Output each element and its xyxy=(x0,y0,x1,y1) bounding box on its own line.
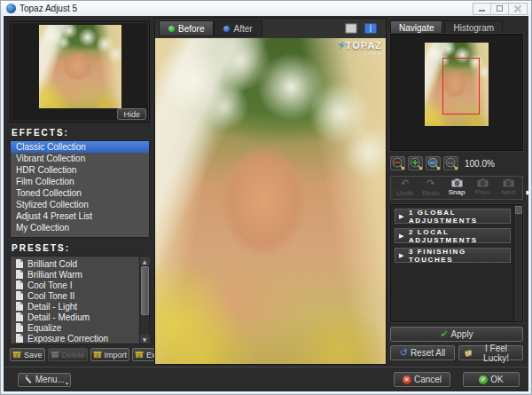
effects-item[interactable]: My Collection xyxy=(11,222,149,233)
snap-icon xyxy=(451,178,463,187)
next-label: Next xyxy=(501,188,515,196)
apply-button[interactable]: ✔ Apply xyxy=(390,327,523,342)
navigator-view-rectangle[interactable] xyxy=(442,58,480,115)
preview-thumbnail[interactable] xyxy=(39,25,121,108)
effects-item[interactable]: Adjust 4 Preset List xyxy=(11,210,149,222)
preset-item[interactable]: Brilliant Cold xyxy=(11,258,139,269)
preset-item[interactable]: Brilliant Warm xyxy=(11,269,139,280)
single-view-icon[interactable] xyxy=(345,23,357,34)
scroll-up-icon[interactable]: ▲ xyxy=(140,257,150,265)
undo-label: Undo xyxy=(396,189,413,197)
effects-item[interactable]: HDR Collection xyxy=(11,164,149,176)
save-label: Save xyxy=(24,351,43,359)
preset-item-label: Exposure Correction xyxy=(27,334,108,344)
scroll-down-icon[interactable]: ▼ xyxy=(140,335,150,344)
effects-item[interactable]: Stylized Collection xyxy=(11,199,149,210)
split-view-icon[interactable] xyxy=(364,23,377,34)
title-bar[interactable]: Topaz Adjust 5 xyxy=(1,1,531,16)
adjustments-scrollbar[interactable] xyxy=(513,205,522,321)
zoom-corner-mark xyxy=(419,167,422,170)
zoom-level-value: 100.0% xyxy=(465,159,495,169)
zoom-actual-button[interactable]: 1:1 xyxy=(443,156,458,170)
adjustments-scroll-thumb[interactable] xyxy=(515,206,522,214)
before-tab-label: Before xyxy=(178,24,204,34)
zoom-controls: FIT 1:1 100.0% xyxy=(390,154,523,172)
effects-item[interactable]: Toned Collection xyxy=(11,187,149,199)
app-icon xyxy=(6,4,16,13)
preset-item[interactable]: Equalize xyxy=(11,322,139,333)
preset-item-label: Detail - Light xyxy=(27,302,77,312)
zoom-fit-button[interactable]: FIT xyxy=(426,156,441,170)
preset-item[interactable]: Exposure Correction xyxy=(11,333,139,344)
lucky-hand-icon xyxy=(465,349,473,358)
preset-doc-icon xyxy=(16,323,23,332)
delete-preset-button[interactable]: Delete xyxy=(48,348,88,361)
import-label: Import xyxy=(105,351,128,359)
maximize-button[interactable] xyxy=(491,4,509,14)
section-arrow-icon: ▶ xyxy=(399,252,405,259)
ok-button[interactable]: ✓ OK xyxy=(463,372,520,387)
zoom-out-button[interactable] xyxy=(390,156,405,170)
snap-button[interactable]: Snap xyxy=(443,178,469,197)
left-panel: Hide EFFECTS: Classic Collection Vibrant… xyxy=(4,16,154,367)
cancel-button[interactable]: ✕ Cancel xyxy=(394,372,450,387)
after-tab-label: After xyxy=(233,24,252,34)
next-button[interactable]: Next xyxy=(496,178,521,197)
presets-list: Brilliant Cold Brilliant Warm Cool Tone … xyxy=(11,257,139,344)
prev-button[interactable]: Prev xyxy=(470,178,496,197)
presets-label: PRESETS: xyxy=(12,243,150,253)
effects-list: Classic Collection Vibrant Collection HD… xyxy=(10,140,150,238)
effects-item[interactable]: Film Collection xyxy=(11,176,149,187)
preset-doc-icon xyxy=(16,270,23,279)
wrench-icon xyxy=(23,375,33,384)
effects-item[interactable]: Vibrant Collection xyxy=(11,153,149,164)
preset-item-label: Detail - Medium xyxy=(27,312,90,322)
presets-scroll-thumb[interactable] xyxy=(141,266,149,315)
hide-button[interactable]: Hide xyxy=(117,108,146,120)
preset-item[interactable]: Detail - Light xyxy=(11,301,139,312)
save-icon xyxy=(12,351,21,359)
lucky-label: I Feel Lucky! xyxy=(475,344,517,363)
reset-lucky-row: ↺ Reset All I Feel Lucky! xyxy=(390,345,523,360)
section-label: 2 LOCAL ADJUSTMENTS xyxy=(409,228,510,244)
navigate-tab[interactable]: Navigate xyxy=(390,20,442,34)
preset-item[interactable]: Cool Tone II xyxy=(11,290,139,301)
presets-scrollbar[interactable]: ▲ ▼ xyxy=(139,257,149,344)
close-button[interactable] xyxy=(509,4,527,14)
redo-label: Redo xyxy=(422,189,439,197)
i-feel-lucky-button[interactable]: I Feel Lucky! xyxy=(458,345,523,360)
panel-collapse-arrow[interactable]: ▶ xyxy=(527,189,531,196)
redo-button[interactable]: ↷ Redo xyxy=(418,178,443,197)
export-icon xyxy=(135,351,144,359)
local-adjustments-section[interactable]: ▶ 2 LOCAL ADJUSTMENTS xyxy=(395,228,511,243)
zoom-in-button[interactable] xyxy=(408,156,423,170)
preset-doc-icon xyxy=(16,312,23,321)
global-adjustments-section[interactable]: ▶ 1 GLOBAL ADJUSTMENTS xyxy=(395,209,511,224)
minimize-button[interactable] xyxy=(473,4,491,14)
main-image[interactable]: TOPAZ LABS xyxy=(155,38,386,364)
preset-item[interactable]: Detail - Medium xyxy=(11,312,139,322)
after-tab[interactable]: After xyxy=(214,20,262,36)
adjustments-panel: ▶ 1 GLOBAL ADJUSTMENTS ▶ 2 LOCAL ADJUSTM… xyxy=(390,204,523,322)
effects-item[interactable]: Classic Collection xyxy=(11,141,149,153)
viewer-tabbar: Before After xyxy=(155,19,386,38)
undo-icon: ↶ xyxy=(401,178,409,188)
preset-buttons-row: Save Delete Import Export xyxy=(10,348,150,361)
presets-scroll-track[interactable] xyxy=(140,265,150,335)
section-label: 1 GLOBAL ADJUSTMENTS xyxy=(409,209,510,225)
reset-icon: ↺ xyxy=(400,347,408,359)
menu-button[interactable]: Menu... ▾ xyxy=(18,373,71,387)
finishing-touches-section[interactable]: ▶ 3 FINISHING TOUCHES xyxy=(395,248,511,263)
app-window: Topaz Adjust 5 Hide EFFECTS: Classic Col… xyxy=(0,0,532,395)
after-dot-icon xyxy=(223,26,230,32)
histogram-tab[interactable]: Histogram xyxy=(444,20,503,34)
import-preset-button[interactable]: Import xyxy=(90,348,130,361)
watermark-subtext: LABS xyxy=(338,51,382,56)
preset-item[interactable]: Cool Tone I xyxy=(11,280,139,290)
reset-all-button[interactable]: ↺ Reset All xyxy=(390,345,455,360)
undo-button[interactable]: ↶ Undo xyxy=(392,178,418,197)
import-icon xyxy=(93,351,102,359)
save-preset-button[interactable]: Save xyxy=(10,348,45,361)
navigator-thumbnail[interactable] xyxy=(425,43,489,126)
before-tab[interactable]: Before xyxy=(159,20,214,36)
